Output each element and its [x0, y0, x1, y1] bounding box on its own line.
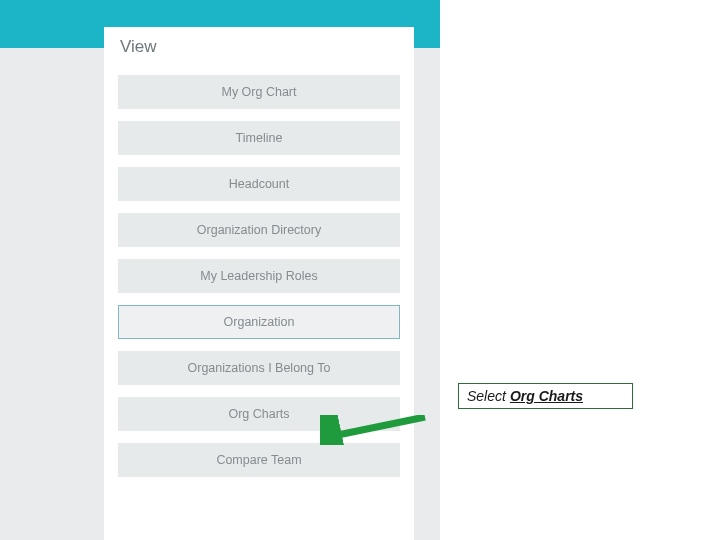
- menu-item-label: My Org Chart: [221, 85, 296, 99]
- menu-item-label: Compare Team: [216, 453, 301, 467]
- menu-item-org-charts[interactable]: Org Charts: [118, 397, 400, 431]
- menu-item-my-org-chart[interactable]: My Org Chart: [118, 75, 400, 109]
- callout-target: Org Charts: [510, 388, 583, 404]
- menu-item-timeline[interactable]: Timeline: [118, 121, 400, 155]
- menu-item-organization-directory[interactable]: Organization Directory: [118, 213, 400, 247]
- instruction-callout: Select Org Charts: [458, 383, 633, 409]
- menu-item-label: Headcount: [229, 177, 289, 191]
- panel-title: View: [120, 37, 400, 57]
- menu-item-label: Organizations I Belong To: [188, 361, 331, 375]
- menu-item-label: Timeline: [236, 131, 283, 145]
- menu-item-label: Org Charts: [228, 407, 289, 421]
- menu-item-organizations-i-belong-to[interactable]: Organizations I Belong To: [118, 351, 400, 385]
- menu-item-compare-team[interactable]: Compare Team: [118, 443, 400, 477]
- view-panel: View My Org Chart Timeline Headcount Org…: [104, 27, 414, 540]
- menu-item-my-leadership-roles[interactable]: My Leadership Roles: [118, 259, 400, 293]
- menu-item-organization[interactable]: Organization: [118, 305, 400, 339]
- menu-item-label: My Leadership Roles: [200, 269, 317, 283]
- callout-prefix: Select: [467, 388, 506, 404]
- menu-item-label: Organization Directory: [197, 223, 321, 237]
- menu-item-headcount[interactable]: Headcount: [118, 167, 400, 201]
- menu-item-label: Organization: [224, 315, 295, 329]
